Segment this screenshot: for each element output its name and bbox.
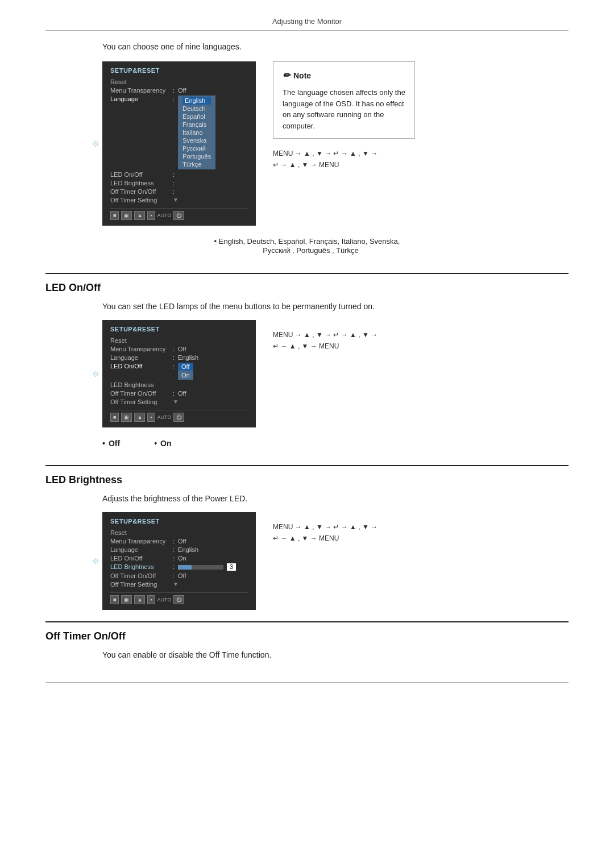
osd-row-menu-trans-3: Menu Transparency : Off xyxy=(110,538,248,545)
osd-row-off-timer-3: Off Timer On/Off : Off xyxy=(110,572,248,579)
osd-icon-tv-2: ▣ xyxy=(121,413,132,422)
osd-icon-triangle-3: ▲ xyxy=(134,595,145,604)
osd-icon-square: ■ xyxy=(110,211,119,220)
note-text-1: The language chosen affects only the lan… xyxy=(283,87,405,131)
osd-icons-3: ■ ▣ ▲ ▪ AUTO ⏻ xyxy=(110,595,184,604)
bullet-off: • Off xyxy=(102,439,120,448)
dropdown-item-svenska[interactable]: Svenska xyxy=(182,136,211,144)
osd-title-2: SETUP&RESET xyxy=(110,326,248,333)
dropdown-item-italiano[interactable]: Italiano xyxy=(182,128,211,136)
osd-box-led-onoff-inner: SETUP&RESET Reset Menu Transparency : Of… xyxy=(102,320,256,427)
led-brightness-right: MENU → ▲ , ▼ → ↵ → ▲ , ▼ → ↵ → ▲ , ▼ → M… xyxy=(273,512,569,610)
led-brightness-header: LED Brightness xyxy=(45,465,569,486)
dropdown-item-english[interactable]: English xyxy=(182,97,211,105)
osd-icon-power-2: ⏻ xyxy=(173,413,184,422)
osd-row-led-brightness-1: LED Brightness : xyxy=(110,180,248,186)
osd-title-3: SETUP&RESET xyxy=(110,518,248,525)
note-box-1: ✏ Note The language chosen affects only … xyxy=(273,61,415,139)
osd-box-led-brightness-inner: SETUP&RESET Reset Menu Transparency : Of… xyxy=(102,512,256,610)
dropdown-item-espanol[interactable]: Español xyxy=(182,113,211,121)
dropdown-item-deutsch[interactable]: Deutsch xyxy=(182,105,211,113)
off-timer-section: Off Timer On/Off You can enable or disab… xyxy=(45,621,569,659)
led-off-option[interactable]: Off xyxy=(178,363,193,371)
osd-icons-1: ■ ▣ ▲ ▪ AUTO ⏻ xyxy=(110,211,184,220)
off-timer-header: Off Timer On/Off xyxy=(45,621,569,642)
language-dropdown[interactable]: English Deutsch Español Français Italian… xyxy=(178,95,215,169)
osd-icon-power: ⏻ xyxy=(173,211,184,220)
led-bar-fill xyxy=(178,565,192,570)
osd-row-off-timer-setting-3: Off Timer Setting ▼ xyxy=(110,581,248,588)
osd-title-1: SETUP&RESET xyxy=(110,67,248,74)
osd-auto-label-3: AUTO xyxy=(157,597,172,603)
osd-box-language: ⚙ SETUP&RESET Reset Menu Transparency : … xyxy=(102,61,256,226)
gear-icon-3: ⚙ xyxy=(92,556,99,566)
osd-icon-rect-3: ▪ xyxy=(147,595,155,604)
led-brightness-bar[interactable]: 3 xyxy=(178,563,236,571)
note-title-1: ✏ Note xyxy=(283,69,405,82)
osd-row-led-brightness-2: LED Brightness xyxy=(110,381,248,388)
osd-auto-label-2: AUTO xyxy=(157,414,172,420)
menu-nav-1: MENU → ▲ , ▼ → ↵ → ▲ , ▼ → ↵ → ▲ , ▼ → M… xyxy=(273,148,569,171)
osd-row-off-timer-1: Off Timer On/Off : xyxy=(110,188,248,195)
page-title: Adjusting the Monitor xyxy=(45,17,569,31)
osd-icon-square-2: ■ xyxy=(110,413,119,422)
osd-box-led-onoff: ⚙ SETUP&RESET Reset Menu Transparency : … xyxy=(102,320,256,427)
osd-icon-tv-3: ▣ xyxy=(121,595,132,604)
led-brightness-osd-area: ⚙ SETUP&RESET Reset Menu Transparency : … xyxy=(102,512,569,610)
osd-icon-triangle: ▲ xyxy=(134,211,145,220)
led-bar-value: 3 xyxy=(227,563,236,571)
osd-icon-power-3: ⏻ xyxy=(173,595,184,604)
osd-bottombar-1: ■ ▣ ▲ ▪ AUTO ⏻ xyxy=(110,208,248,220)
gear-icon: ⚙ xyxy=(92,139,99,148)
osd-bottombar-3: ■ ▣ ▲ ▪ AUTO ⏻ xyxy=(110,592,248,604)
osd-row-led-onoff-1: LED On/Off : xyxy=(110,171,248,178)
osd-row-menu-transparency: Menu Transparency : Off xyxy=(110,87,248,94)
dropdown-item-turkce[interactable]: Türkçe xyxy=(182,160,211,168)
note-area-1: ✏ Note The language chosen affects only … xyxy=(273,61,569,226)
osd-bottombar-2: ■ ▣ ▲ ▪ AUTO ⏻ xyxy=(110,410,248,422)
dropdown-item-portugues[interactable]: Português xyxy=(182,152,211,160)
led-onoff-osd-area: ⚙ SETUP&RESET Reset Menu Transparency : … xyxy=(102,320,569,427)
led-brightness-section: LED Brightness Adjusts the brightness of… xyxy=(45,465,569,610)
osd-row-reset: Reset xyxy=(110,78,248,85)
off-timer-desc: You can enable or disable the Off Time f… xyxy=(102,650,569,659)
dropdown-item-francais[interactable]: Français xyxy=(182,121,211,128)
led-onoff-dropdown[interactable]: Off On xyxy=(178,363,193,380)
language-section-osd-area: ⚙ SETUP&RESET Reset Menu Transparency : … xyxy=(102,61,569,226)
led-onoff-desc: You can set the LED lamps of the menu bu… xyxy=(102,302,569,311)
intro-text: You can choose one of nine languages. xyxy=(102,42,569,51)
osd-row-reset-3: Reset xyxy=(110,529,248,536)
osd-row-led-onoff-2: LED On/Off : Off On xyxy=(110,363,248,380)
osd-row-menu-trans-2: Menu Transparency : Off xyxy=(110,346,248,352)
menu-nav-2: MENU → ▲ , ▼ → ↵ → ▲ , ▼ → ↵ → ▲ , ▼ → M… xyxy=(273,329,569,352)
bottom-divider xyxy=(45,682,569,683)
languages-list: • English, Deutsch, Español, Français, I… xyxy=(45,237,569,256)
osd-row-led-onoff-3: LED On/Off : On xyxy=(110,555,248,562)
osd-row-off-timer-setting-2: Off Timer Setting ▼ xyxy=(110,398,248,405)
osd-row-reset-2: Reset xyxy=(110,337,248,344)
osd-icon-rect: ▪ xyxy=(147,211,155,220)
osd-row-led-brightness-3: LED Brightness : 3 xyxy=(110,563,248,571)
led-bar-track xyxy=(178,565,223,570)
led-brightness-desc: Adjusts the brightness of the Power LED. xyxy=(102,494,569,503)
led-onoff-section: LED On/Off You can set the LED lamps of … xyxy=(45,273,569,448)
led-on-option[interactable]: On xyxy=(181,372,190,379)
osd-auto-label-1: AUTO xyxy=(157,213,172,218)
osd-row-off-timer-setting-1: Off Timer Setting ▼ xyxy=(110,197,248,203)
osd-row-language-2: Language : English xyxy=(110,354,248,361)
osd-icon-square-3: ■ xyxy=(110,595,119,604)
led-options-container: On xyxy=(178,371,193,380)
osd-box-led-brightness: ⚙ SETUP&RESET Reset Menu Transparency : … xyxy=(102,512,256,610)
osd-row-language: Language : English Deutsch Español Franç… xyxy=(110,95,248,169)
gear-icon-2: ⚙ xyxy=(92,369,99,379)
osd-row-language-3: Language : English xyxy=(110,546,248,553)
bullet-on: • On xyxy=(154,439,171,448)
note-icon-1: ✏ xyxy=(283,69,290,82)
osd-icon-tv: ▣ xyxy=(121,211,132,220)
led-onoff-header: LED On/Off xyxy=(45,273,569,294)
osd-row-off-timer-2: Off Timer On/Off : Off xyxy=(110,390,248,397)
led-onoff-options: • Off • On xyxy=(102,439,569,448)
menu-nav-3: MENU → ▲ , ▼ → ↵ → ▲ , ▼ → ↵ → ▲ , ▼ → M… xyxy=(273,521,569,545)
dropdown-item-russian[interactable]: Русский xyxy=(182,144,211,152)
osd-icon-triangle-2: ▲ xyxy=(134,413,145,422)
